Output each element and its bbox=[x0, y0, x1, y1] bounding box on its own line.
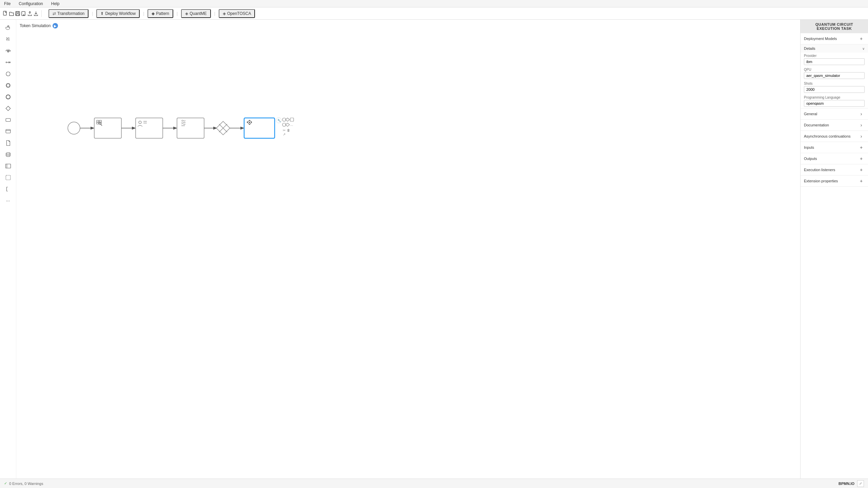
start-event-tool[interactable] bbox=[3, 68, 14, 79]
tab-opentosca[interactable]: ◈ OpenTOSCA bbox=[219, 9, 255, 18]
saveas-icon[interactable] bbox=[21, 11, 26, 16]
lasso-tool[interactable] bbox=[3, 34, 14, 45]
task-tool[interactable] bbox=[3, 115, 14, 125]
provider-input[interactable] bbox=[804, 58, 865, 65]
nav-sep-2: | bbox=[143, 11, 144, 16]
menu-file[interactable]: File bbox=[3, 1, 12, 7]
context-pad-diamond[interactable] bbox=[285, 118, 290, 121]
end-event-tool[interactable] bbox=[3, 92, 14, 102]
status-errors-text: 0 Errors, 0 Warnings bbox=[9, 482, 43, 486]
qpu-input[interactable] bbox=[804, 72, 865, 79]
documentation-label: Documentation bbox=[804, 123, 829, 127]
pattern-icon: ◆ bbox=[152, 11, 155, 16]
deployment-models-expand-btn[interactable]: + bbox=[858, 35, 865, 42]
quantme-icon: ◈ bbox=[185, 11, 188, 16]
pool-tool[interactable] bbox=[3, 161, 14, 171]
transformation-label: Transformation bbox=[57, 11, 84, 16]
menu-help[interactable]: Help bbox=[50, 1, 61, 7]
provider-label: Provider bbox=[804, 54, 865, 58]
left-toolbar: ··· bbox=[0, 20, 16, 479]
inputs-row: Inputs + bbox=[801, 142, 868, 153]
context-pad-rect[interactable] bbox=[290, 118, 294, 121]
new-file-icon[interactable] bbox=[3, 11, 8, 16]
tab-transformation[interactable]: ⇄ Transformation bbox=[48, 9, 88, 18]
shots-field: Shots bbox=[801, 80, 868, 94]
extension-properties-label: Extension properties bbox=[804, 179, 838, 183]
nav-tabs: ⇄ Transformation | ⬆ Deploy Workflow | ◆… bbox=[48, 9, 255, 18]
outputs-add-btn[interactable]: + bbox=[858, 155, 865, 162]
main-layout: ··· Token Simulation ▶ bbox=[0, 20, 868, 479]
right-panel-title: QUANTUM CIRCUIT EXECUTION TASK bbox=[801, 20, 868, 33]
data-store-tool[interactable] bbox=[3, 149, 14, 160]
tab-quantme[interactable]: ◈ QuantME bbox=[181, 9, 211, 18]
documentation-expand-btn[interactable]: › bbox=[858, 122, 865, 128]
tab-deploy-workflow[interactable]: ⬆ Deploy Workflow bbox=[96, 9, 140, 18]
deployment-models-label: Deployment Models bbox=[804, 37, 837, 41]
gateway-tool[interactable] bbox=[3, 103, 14, 114]
details-section: Details ∨ Provider QPU Shots Programming… bbox=[801, 44, 868, 108]
execution-listeners-add-btn[interactable]: + bbox=[858, 166, 865, 173]
download-icon[interactable] bbox=[33, 11, 39, 16]
token-simulation-bar: Token Simulation ▶ bbox=[20, 23, 58, 28]
token-sim-play-icon[interactable]: ▶ bbox=[53, 23, 58, 28]
async-expand-btn[interactable]: › bbox=[858, 133, 865, 140]
subprocess-tool[interactable] bbox=[3, 126, 14, 137]
programming-language-field: Programming Language bbox=[801, 94, 868, 108]
toolbar: ⇄ Transformation | ⬆ Deploy Workflow | ◆… bbox=[0, 7, 868, 20]
hand-tool[interactable] bbox=[3, 22, 14, 33]
programming-language-label: Programming Language bbox=[804, 96, 865, 99]
task-1[interactable] bbox=[94, 118, 121, 138]
svg-rect-44 bbox=[251, 122, 252, 123]
details-label: Details bbox=[804, 46, 815, 50]
nav-sep-4: | bbox=[214, 11, 215, 16]
data-object-tool[interactable] bbox=[3, 138, 14, 148]
svg-text:✂: ✂ bbox=[283, 128, 285, 132]
start-event[interactable] bbox=[68, 122, 80, 134]
context-pad-diamond2[interactable] bbox=[285, 123, 290, 126]
execution-listeners-label: Execution listeners bbox=[804, 168, 835, 172]
shots-input[interactable] bbox=[804, 86, 865, 93]
group-tool[interactable] bbox=[3, 172, 14, 183]
annotation-tool[interactable] bbox=[3, 184, 14, 195]
connect-tool[interactable] bbox=[3, 57, 14, 68]
upload-icon[interactable] bbox=[27, 11, 33, 16]
quantme-label: QuantME bbox=[190, 11, 207, 16]
details-header[interactable]: Details ∨ bbox=[801, 44, 868, 53]
extension-properties-add-btn[interactable]: + bbox=[858, 178, 865, 184]
svg-marker-17 bbox=[6, 106, 11, 111]
svg-rect-41 bbox=[249, 120, 250, 121]
canvas-area[interactable]: Token Simulation ▶ bbox=[16, 20, 800, 479]
nav-sep-3: | bbox=[177, 11, 178, 16]
menu-configuration[interactable]: Configuration bbox=[17, 1, 44, 7]
status-bar: ✓ 0 Errors, 0 Warnings BPMN.IO ⤢ bbox=[0, 479, 868, 488]
svg-rect-22 bbox=[5, 164, 11, 168]
save-icon[interactable] bbox=[15, 11, 20, 16]
outputs-row: Outputs + bbox=[801, 153, 868, 164]
deployment-models-section: Deployment Models + bbox=[801, 33, 868, 44]
general-row: General › bbox=[801, 108, 868, 120]
general-expand-btn[interactable]: › bbox=[858, 110, 865, 117]
svg-text:···: ··· bbox=[290, 124, 293, 127]
qpu-label: QPU bbox=[804, 68, 865, 72]
programming-language-input[interactable] bbox=[804, 100, 865, 107]
svg-text:↗: ↗ bbox=[283, 133, 285, 136]
svg-rect-3 bbox=[16, 14, 19, 16]
provider-field: Provider bbox=[801, 53, 868, 66]
task-3[interactable] bbox=[177, 118, 204, 138]
move-tool[interactable] bbox=[3, 45, 14, 56]
extension-properties-row: Extension properties + bbox=[801, 176, 868, 187]
svg-point-40 bbox=[249, 122, 250, 123]
right-panel: QUANTUM CIRCUIT EXECUTION TASK Deploymen… bbox=[800, 20, 868, 479]
pattern-label: Pattern bbox=[156, 11, 169, 16]
general-label: General bbox=[804, 112, 817, 116]
open-file-icon[interactable] bbox=[9, 11, 14, 16]
svg-point-16 bbox=[6, 95, 10, 99]
svg-rect-2 bbox=[17, 12, 19, 13]
tab-pattern[interactable]: ◆ Pattern bbox=[147, 9, 173, 18]
documentation-row: Documentation › bbox=[801, 120, 868, 131]
status-expand-btn[interactable]: ⤢ bbox=[857, 480, 864, 487]
inputs-add-btn[interactable]: + bbox=[858, 144, 865, 151]
intermediate-event-tool[interactable] bbox=[3, 80, 14, 91]
more-tools[interactable]: ··· bbox=[3, 195, 14, 206]
svg-rect-19 bbox=[6, 129, 11, 133]
